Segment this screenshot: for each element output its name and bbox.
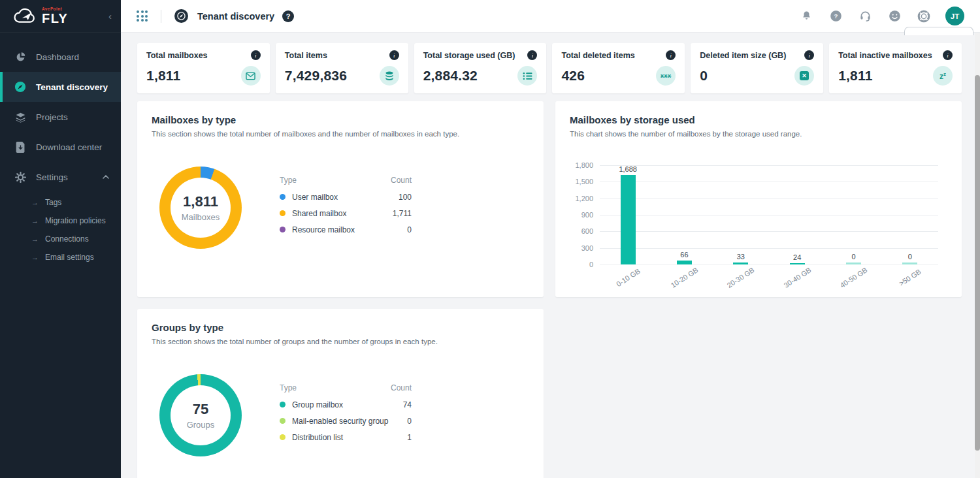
bar[interactable]: [677, 261, 692, 264]
fly-cloud-logo-icon: [10, 7, 39, 25]
mailbox-icon: [241, 66, 261, 86]
gear-icon: [14, 171, 26, 183]
charts-row-1: Mailboxes by type This section shows the…: [137, 101, 962, 297]
sidebar-item-projects[interactable]: Projects: [0, 102, 121, 132]
info-icon[interactable]: i: [251, 50, 261, 60]
help-question-icon[interactable]: ?: [828, 8, 843, 24]
info-icon[interactable]: i: [804, 50, 814, 60]
sidebar-subitem-connections[interactable]: →Connections: [0, 230, 121, 248]
legend-dot: [280, 227, 286, 232]
stat-value: 7,429,836: [285, 68, 347, 84]
mailboxes-donut-chart: 1,811 Mailboxes Type Count User mailbox1…: [152, 167, 529, 249]
popover-edge: [904, 27, 973, 35]
user-avatar[interactable]: JT: [945, 7, 964, 25]
donut-center: 75 Groups: [171, 385, 231, 445]
topbar-divider: [161, 10, 161, 23]
legend-col-type: Type: [280, 176, 297, 185]
bar[interactable]: [846, 263, 861, 264]
legend-dot: [280, 402, 286, 407]
stat-card-total-inactive-mailboxes: Total inactive mailboxesi1,811zz: [829, 43, 962, 93]
panel-subtitle: This chart shows the number of mailboxes…: [570, 130, 947, 138]
groups-donut-chart: 75 Groups Type Count Group mailbox74Mail…: [152, 374, 529, 456]
stat-card-total-deleted-items: Total deleted itemsi426xxx: [552, 43, 685, 93]
y-tick-label: 1,500: [575, 178, 593, 185]
notifications-bell-icon[interactable]: [798, 8, 814, 24]
sidebar-item-download-center[interactable]: Download center: [0, 132, 121, 162]
info-icon[interactable]: i: [527, 50, 537, 60]
legend-item-user-mailbox[interactable]: User mailbox100: [280, 189, 412, 205]
x-tick-label: 0-10 GB: [615, 267, 642, 288]
vertical-scrollbar-thumb[interactable]: [975, 75, 980, 451]
sidebar-nav: DashboardTenant discoveryProjectsDownloa…: [0, 42, 121, 266]
sidebar-collapse-chevron-icon[interactable]: ‹: [108, 10, 112, 22]
sidebar-item-settings[interactable]: Settings: [0, 162, 121, 192]
info-icon[interactable]: i: [666, 50, 676, 60]
lifebuoy-icon[interactable]: [916, 8, 932, 24]
donut-total-label: Mailboxes: [182, 212, 220, 222]
legend-item-distribution-list[interactable]: Distribution list1: [280, 429, 412, 445]
bar[interactable]: [790, 263, 805, 264]
plot-area: 1,68866332400: [600, 165, 938, 264]
legend-count: 74: [403, 400, 412, 409]
sidebar-item-dashboard[interactable]: Dashboard: [0, 42, 121, 72]
app-launcher-icon[interactable]: [137, 10, 148, 22]
database-icon: [380, 66, 399, 86]
x-axis-labels: 0-10 GB10-20 GB20-30 GB30-40 GB40-50 GB>…: [600, 271, 938, 283]
sidebar-item-tenant-discovery[interactable]: Tenant discovery: [0, 72, 121, 102]
bar[interactable]: [621, 175, 636, 264]
stat-value: 0: [700, 68, 708, 84]
x-tick-40-50-gb: 40-50 GB: [825, 271, 881, 283]
support-headset-icon[interactable]: [857, 8, 873, 24]
groups-by-type-panel: Groups by type This section shows the to…: [137, 309, 544, 478]
bar[interactable]: [733, 263, 748, 264]
arrow-right-icon: →: [31, 199, 39, 206]
panel-title: Mailboxes by storage used: [570, 114, 947, 125]
legend-item-shared-mailbox[interactable]: Shared mailbox1,711: [280, 205, 412, 221]
sidebar-subitem-email-settings[interactable]: →Email settings: [0, 248, 121, 266]
feedback-smiley-icon[interactable]: [887, 8, 902, 24]
sidebar-subitem-tags[interactable]: →Tags: [0, 193, 121, 212]
y-tick-label: 600: [581, 227, 593, 235]
content: Total mailboxesi1,811Total itemsi7,429,8…: [121, 33, 980, 478]
sidebar-submenu: →Tags→Migration policies→Connections→Ema…: [0, 193, 121, 266]
bar[interactable]: [902, 263, 917, 264]
sidebar-subitem-label: Migration policies: [45, 216, 106, 225]
arrow-right-icon: →: [31, 217, 39, 225]
main-area: Tenant discovery ? ? JT: [121, 0, 980, 478]
stat-card-total-items: Total itemsi7,429,836: [276, 43, 408, 93]
bar-value-label: 0: [908, 253, 912, 261]
donut-ring[interactable]: 75 Groups: [159, 374, 242, 456]
legend: Type Count Group mailbox74Mail-enabled s…: [280, 383, 412, 445]
compass-icon: [174, 9, 188, 23]
legend-name: Resource mailbox: [292, 225, 355, 234]
x-tick--50-gb: >50 GB: [882, 271, 938, 283]
bar-slot--50-gb: 0: [882, 165, 938, 264]
deleted-items-icon: xxx: [656, 66, 676, 86]
download-icon: [14, 141, 26, 153]
donut-ring[interactable]: 1,811 Mailboxes: [159, 167, 242, 249]
legend-item-mail-enabled-security-group[interactable]: Mail-enabled security group0: [280, 413, 412, 429]
page-title: Tenant discovery: [197, 11, 274, 22]
legend-count: 100: [399, 193, 412, 202]
stat-card-deleted-item-size-gb-: Deleted item size (GB)i0✕: [691, 43, 823, 93]
arrow-right-icon: →: [31, 235, 39, 243]
sidebar-subitem-migration-policies[interactable]: →Migration policies: [0, 212, 121, 230]
legend-item-group-mailbox[interactable]: Group mailbox74: [280, 396, 412, 413]
x-tick-label: 40-50 GB: [838, 266, 868, 289]
page-help-icon[interactable]: ?: [282, 10, 294, 22]
stat-label: Total mailboxes: [146, 51, 208, 60]
x-tick-30-40-gb: 30-40 GB: [769, 271, 825, 283]
vertical-scrollbar-track[interactable]: [975, 33, 980, 478]
sidebar-item-label: Dashboard: [36, 52, 79, 62]
legend-dot: [280, 194, 286, 200]
legend-dot: [280, 210, 286, 216]
info-icon[interactable]: i: [389, 50, 399, 60]
legend-item-resource-mailbox[interactable]: Resource mailbox0: [280, 221, 412, 238]
donut-total-label: Groups: [187, 420, 215, 430]
layers-icon: [14, 111, 26, 123]
mailboxes-by-type-panel: Mailboxes by type This section shows the…: [137, 101, 544, 297]
bar-value-label: 66: [680, 251, 688, 259]
info-icon[interactable]: i: [943, 50, 953, 60]
list-icon: [517, 66, 537, 86]
sidebar: AvePoint FLY ‹ DashboardTenant discovery…: [0, 0, 121, 478]
